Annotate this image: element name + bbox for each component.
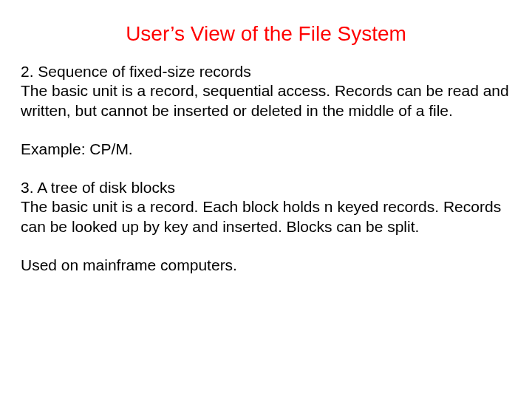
- section-3-body: The basic unit is a record. Each block h…: [21, 197, 511, 236]
- slide-title: User’s View of the File System: [21, 22, 511, 46]
- section-3-heading: 3. A tree of disk blocks: [21, 178, 511, 197]
- section-2-heading: 2. Sequence of fixed-size records: [21, 62, 511, 81]
- section-3: 3. A tree of disk blocks The basic unit …: [21, 178, 511, 236]
- section-2-example: Example: CP/M.: [21, 140, 511, 159]
- section-3-note: Used on mainframe computers.: [21, 256, 511, 275]
- slide-body: 2. Sequence of fixed-size records The ba…: [21, 62, 511, 275]
- section-2: 2. Sequence of fixed-size records The ba…: [21, 62, 511, 120]
- slide: User’s View of the File System 2. Sequen…: [0, 0, 532, 399]
- section-2-body: The basic unit is a record, sequential a…: [21, 81, 511, 120]
